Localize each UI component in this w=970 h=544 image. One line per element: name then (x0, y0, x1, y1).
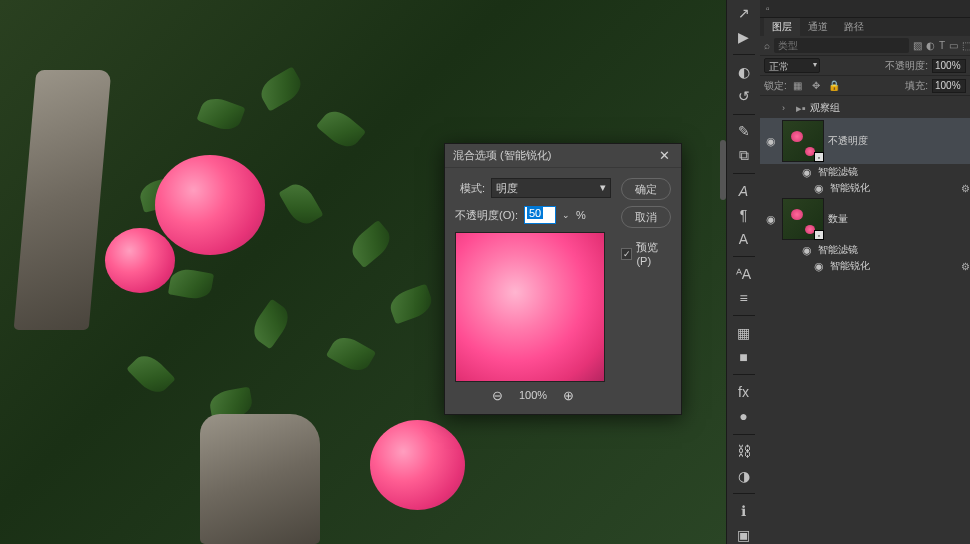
clone-icon[interactable]: ⧉ (733, 147, 755, 165)
doc-icon: ▫ (766, 3, 770, 14)
smart-filters-row[interactable]: ◉ 智能滤镜 (760, 242, 970, 258)
para-styles-icon[interactable]: ≡ (733, 289, 755, 307)
brush-icon[interactable]: ✎ (733, 122, 755, 140)
folder-icon: ▸▪ (796, 102, 806, 115)
chevron-down-icon[interactable]: ⌄ (562, 210, 570, 220)
fill-value[interactable]: 100% (932, 79, 966, 93)
filter-shape-icon[interactable]: ▭ (949, 39, 958, 53)
zoom-in-icon[interactable]: ⊕ (559, 386, 577, 404)
filter-smart-icon[interactable]: ⬚ (962, 39, 970, 53)
lock-position-icon[interactable]: ✥ (809, 79, 823, 93)
dot-icon[interactable]: ● (733, 407, 755, 425)
grid-icon[interactable]: ▦ (733, 324, 755, 342)
visibility-toggle[interactable]: ◉ (812, 260, 826, 273)
layer-row[interactable]: ◉ ▫ 数量 (760, 196, 970, 242)
smart-object-badge: ▫ (814, 152, 824, 162)
info-icon[interactable]: ℹ (733, 502, 755, 520)
smart-filters-label: 智能滤镜 (818, 243, 858, 257)
layer-group-row[interactable]: › ▸▪ 观察组 (760, 98, 970, 118)
opacity-label: 不透明度: (885, 59, 928, 73)
blend-options-dialog: 混合选项 (智能锐化) ✕ 模式: 明度 不透明度(O): 50 ⌄ % ⊖ 1… (444, 143, 682, 415)
glyph-icon[interactable]: A (733, 230, 755, 248)
group-name: 观察组 (810, 101, 840, 115)
ok-button[interactable]: 确定 (621, 178, 671, 200)
visibility-toggle[interactable]: ◉ (764, 135, 778, 148)
tab-layers[interactable]: 图层 (764, 18, 800, 36)
opacity-label: 不透明度(O): (455, 208, 518, 223)
dialog-title: 混合选项 (智能锐化) (453, 148, 551, 163)
filter-name: 智能锐化 (830, 259, 870, 273)
history-icon[interactable]: ↺ (733, 87, 755, 105)
color-icon[interactable]: ◑ (733, 467, 755, 485)
visibility-toggle[interactable] (764, 102, 778, 114)
char-styles-icon[interactable]: ᴬA (733, 265, 755, 283)
rock-shape (200, 414, 320, 544)
zoom-level: 100% (519, 389, 547, 401)
visibility-toggle[interactable]: ◉ (800, 244, 814, 257)
filter-image-icon[interactable]: ▧ (913, 39, 922, 53)
tab-paths[interactable]: 路径 (836, 18, 872, 36)
lock-pixels-icon[interactable]: ▦ (791, 79, 805, 93)
filter-options-icon[interactable]: ⚙ (961, 183, 970, 194)
panel-tabs: 图层 通道 路径 (760, 18, 970, 36)
visibility-toggle[interactable]: ◉ (812, 182, 826, 195)
cancel-button[interactable]: 取消 (621, 206, 671, 228)
filter-name: 智能锐化 (830, 181, 870, 195)
layer-filter-input[interactable] (774, 38, 909, 53)
zoom-out-icon[interactable]: ⊖ (489, 386, 507, 404)
blend-mode-select[interactable]: 正常 (764, 58, 820, 73)
visibility-toggle[interactable]: ◉ (800, 166, 814, 179)
mode-select[interactable]: 明度 (491, 178, 611, 198)
fx-icon[interactable]: fx (733, 383, 755, 401)
search-icon: ⌕ (764, 39, 770, 53)
preview-thumbnail[interactable] (455, 232, 605, 382)
link-icon[interactable]: ⛓ (733, 442, 755, 460)
visibility-toggle[interactable]: ◉ (764, 213, 778, 226)
right-toolbar: ↗ ▶ ◐ ↺ ✎ ⧉ A ¶ A ᴬA ≡ ▦ ■ fx ● ⛓ ◑ ℹ ▣ (726, 0, 760, 544)
play-icon[interactable]: ▶ (733, 28, 755, 46)
preview-label: 预览(P) (636, 240, 671, 267)
nav-icon[interactable]: ▣ (733, 526, 755, 544)
mode-label: 模式: (455, 181, 485, 196)
layer-thumbnail[interactable]: ▫ (782, 120, 824, 162)
filter-item-row[interactable]: ◉ 智能锐化 ⚙ (760, 258, 970, 274)
filter-text-icon[interactable]: T (939, 39, 945, 53)
lock-all-icon[interactable]: 🔒 (827, 79, 841, 93)
rose-shape (155, 155, 265, 255)
share-icon[interactable]: ↗ (733, 4, 755, 22)
dialog-titlebar[interactable]: 混合选项 (智能锐化) ✕ (445, 144, 681, 168)
layers-panel: ▫ 图层 通道 路径 ⌕ ▧ ◐ T ▭ ⬚ 正常 不透明度: 100% 锁定:… (760, 0, 970, 544)
rose-shape (105, 228, 175, 293)
layer-name: 不透明度 (828, 134, 868, 148)
layer-row[interactable]: ◉ ▫ 不透明度 (760, 118, 970, 164)
chevron-right-icon[interactable]: › (782, 103, 792, 113)
preview-checkbox[interactable]: ✓ (621, 248, 632, 260)
filter-adjust-icon[interactable]: ◐ (926, 39, 935, 53)
layer-thumbnail[interactable]: ▫ (782, 198, 824, 240)
tab-channels[interactable]: 通道 (800, 18, 836, 36)
lock-label: 锁定: (764, 79, 787, 93)
paragraph-icon[interactable]: ¶ (733, 206, 755, 224)
filter-item-row[interactable]: ◉ 智能锐化 ⚙ (760, 180, 970, 196)
percent-suffix: % (576, 209, 586, 221)
smart-filters-label: 智能滤镜 (818, 165, 858, 179)
opacity-value[interactable]: 100% (932, 59, 966, 73)
rose-shape (370, 420, 465, 510)
opacity-input[interactable]: 50 (524, 206, 556, 224)
smart-filters-row[interactable]: ◉ 智能滤镜 (760, 164, 970, 180)
panel-titlebar: ▫ (760, 0, 970, 18)
type-a-icon[interactable]: A (733, 182, 755, 200)
close-icon[interactable]: ✕ (655, 147, 673, 165)
adjust-icon[interactable]: ◐ (733, 63, 755, 81)
fill-label: 填充: (905, 79, 928, 93)
layer-name: 数量 (828, 212, 848, 226)
filter-options-icon[interactable]: ⚙ (961, 261, 970, 272)
swatch-icon[interactable]: ■ (733, 348, 755, 366)
smart-object-badge: ▫ (814, 230, 824, 240)
